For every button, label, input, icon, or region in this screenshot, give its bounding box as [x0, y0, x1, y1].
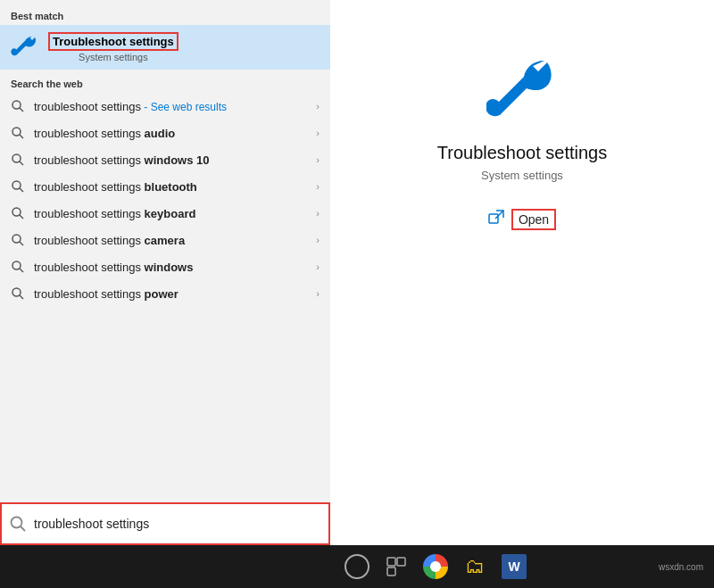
svg-rect-24 [387, 567, 395, 576]
open-button[interactable]: Open [511, 209, 556, 230]
result-text-3: troubleshoot settings bluetooth [34, 180, 312, 194]
result-text-1: troubleshoot settings audio [34, 127, 312, 140]
result-item-1[interactable]: troubleshoot settings audio › [0, 120, 330, 146]
svg-point-9 [12, 208, 21, 216]
taskbar-file-explorer-icon[interactable]: 🗂 [459, 551, 491, 583]
result-item-0[interactable]: troubleshoot settings - See web results … [0, 93, 330, 120]
svg-point-17 [12, 518, 22, 528]
chevron-0: › [316, 101, 320, 112]
taskbar-right: wsxdn.com [659, 562, 714, 572]
taskbar-taskview-button[interactable] [380, 551, 412, 583]
svg-line-18 [21, 526, 25, 531]
result-text-5: troubleshoot settings camera [34, 234, 312, 247]
svg-point-11 [12, 235, 21, 243]
chevron-1: › [316, 128, 320, 138]
svg-line-10 [20, 215, 23, 219]
best-match-label: Best match [0, 7, 330, 25]
svg-rect-20 [489, 214, 498, 223]
taskbar-search-area [0, 545, 330, 588]
result-item-5[interactable]: troubleshoot settings camera › [0, 227, 330, 253]
chevron-2: › [316, 154, 320, 165]
open-external-icon [488, 210, 504, 230]
svg-point-5 [12, 154, 21, 162]
search-icon-7 [11, 286, 25, 301]
svg-point-3 [12, 128, 21, 136]
chevron-3: › [316, 181, 320, 192]
result-text-2: troubleshoot settings windows 10 [34, 153, 312, 167]
svg-line-6 [20, 161, 23, 165]
taskbar-icons: 🗂 W [330, 551, 530, 583]
svg-line-8 [20, 188, 23, 192]
svg-line-16 [20, 295, 23, 299]
chevron-6: › [316, 261, 320, 272]
search-icon-4 [11, 206, 25, 220]
search-icon-0 [11, 99, 25, 113]
search-icon-5 [11, 233, 25, 247]
svg-point-19 [488, 104, 499, 114]
taskbar-chrome-icon[interactable] [419, 551, 452, 583]
taskbar-circle-button[interactable] [341, 551, 373, 583]
app-icon-large [486, 54, 558, 128]
svg-line-2 [20, 108, 23, 112]
best-match-title: Troubleshoot settings [48, 32, 178, 51]
chevron-4: › [316, 208, 320, 219]
best-match-item[interactable]: Troubleshoot settings System settings [0, 25, 330, 70]
app-title-large: Troubleshoot settings [437, 143, 607, 163]
svg-line-14 [20, 269, 23, 272]
watermark: wsxdn.com [659, 562, 703, 572]
result-item-7[interactable]: troubleshoot settings power › [0, 280, 330, 307]
result-item-6[interactable]: troubleshoot settings windows › [0, 253, 330, 280]
result-item-2[interactable]: troubleshoot settings windows 10 › [0, 146, 330, 173]
best-match-text: Troubleshoot settings System settings [48, 32, 178, 62]
result-text-0: troubleshoot settings - See web results [34, 100, 312, 113]
open-button-row: Open [488, 209, 556, 230]
search-bar-input[interactable] [34, 517, 321, 531]
search-icon-1 [11, 126, 25, 140]
app-subtitle-large: System settings [481, 169, 563, 182]
svg-point-13 [12, 261, 21, 269]
svg-rect-22 [387, 558, 395, 566]
svg-line-12 [20, 242, 23, 245]
chevron-5: › [316, 235, 320, 245]
taskbar: 🗂 W wsxdn.com [0, 545, 714, 588]
result-text-6: troubleshoot settings windows [34, 261, 312, 274]
left-panel: Best match Troubleshoot settings System … [0, 0, 330, 545]
search-web-label: Search the web [0, 73, 330, 93]
result-item-3[interactable]: troubleshoot settings bluetooth › [0, 173, 330, 200]
right-panel: Troubleshoot settings System settings Op… [330, 0, 714, 545]
search-icon-3 [11, 179, 25, 194]
svg-point-7 [12, 181, 21, 189]
best-match-section: Best match Troubleshoot settings System … [0, 0, 330, 73]
svg-rect-23 [397, 558, 405, 566]
search-bar-icon [9, 515, 27, 533]
wrench-icon [11, 33, 39, 62]
svg-point-0 [12, 51, 17, 55]
search-bar-area [0, 502, 330, 545]
search-icon-6 [11, 260, 25, 274]
best-match-subtitle: System settings [48, 52, 178, 62]
result-text-7: troubleshoot settings power [34, 287, 312, 301]
svg-point-15 [12, 288, 21, 296]
svg-point-1 [12, 101, 21, 109]
search-icon-2 [11, 153, 25, 167]
result-item-4[interactable]: troubleshoot settings keyboard › [0, 200, 330, 227]
svg-line-4 [20, 135, 23, 138]
taskbar-word-icon[interactable]: W [498, 551, 530, 583]
chevron-7: › [316, 288, 320, 299]
result-text-4: troubleshoot settings keyboard [34, 207, 312, 220]
